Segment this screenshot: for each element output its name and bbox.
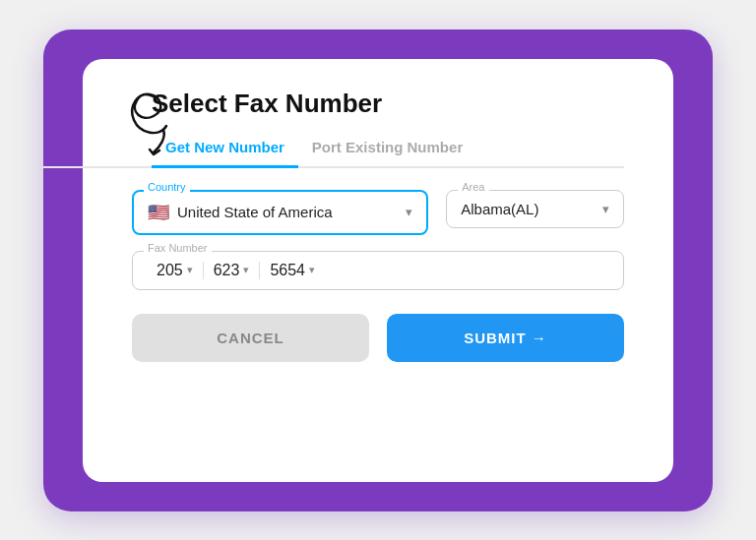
- country-chevron-icon: ▾: [406, 205, 412, 219]
- area-field-group: Area Albama(AL) ▾: [446, 190, 624, 235]
- doodle-decoration: [102, 79, 191, 167]
- country-label: Country: [144, 181, 190, 193]
- inner-card: Select Fax Number Get New Number Port Ex…: [83, 59, 673, 482]
- submit-button[interactable]: SUBMIT →: [387, 314, 624, 362]
- fax-number-label: Fax Number: [144, 242, 212, 254]
- fax-segment-2[interactable]: 623 ▾: [204, 262, 261, 279]
- tab-port-existing-number[interactable]: Port Existing Number: [298, 133, 476, 168]
- fax-segment-2-chevron-icon: ▾: [243, 264, 249, 276]
- buttons-row: CANCEL SUBMIT →: [132, 314, 624, 362]
- fax-segment-3[interactable]: 5654 ▾: [260, 262, 325, 279]
- outer-card: Select Fax Number Get New Number Port Ex…: [43, 30, 713, 511]
- area-label: Area: [458, 181, 488, 193]
- dialog-title: Select Fax Number: [43, 89, 382, 119]
- fax-segment-1-value: 205: [157, 262, 183, 279]
- flag-icon: 🇺🇸: [148, 202, 169, 223]
- area-select[interactable]: Albama(AL) ▾: [446, 190, 624, 228]
- fax-segment-1-chevron-icon: ▾: [187, 264, 193, 276]
- area-chevron-icon: ▾: [602, 202, 609, 216]
- country-value: United State of America: [177, 204, 333, 220]
- country-area-row: Country 🇺🇸 United State of America ▾ Are…: [132, 190, 624, 235]
- cancel-button[interactable]: CANCEL: [132, 314, 369, 362]
- fax-number-box: 205 ▾ 623 ▾ 5654 ▾: [132, 251, 624, 290]
- fax-segment-3-value: 5654: [270, 262, 305, 279]
- fax-number-group: Fax Number 205 ▾ 623 ▾ 5654 ▾: [132, 251, 624, 290]
- country-field-group: Country 🇺🇸 United State of America ▾: [132, 190, 428, 235]
- fax-segment-2-value: 623: [214, 262, 240, 279]
- country-select[interactable]: 🇺🇸 United State of America ▾: [132, 190, 428, 235]
- area-value: Albama(AL): [461, 201, 538, 217]
- fax-segment-3-chevron-icon: ▾: [309, 264, 315, 276]
- fields-section: Country 🇺🇸 United State of America ▾ Are…: [132, 190, 624, 290]
- fax-segment-1[interactable]: 205 ▾: [147, 262, 204, 279]
